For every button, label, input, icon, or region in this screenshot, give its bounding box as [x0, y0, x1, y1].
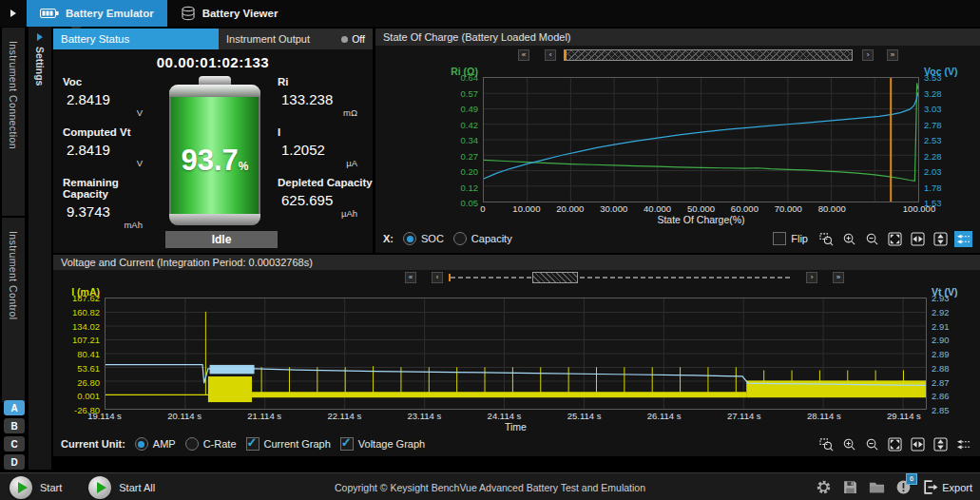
- start-button[interactable]: Start: [10, 476, 62, 499]
- fit-vertical-icon[interactable]: [932, 436, 950, 452]
- axis-tick: 2.89: [932, 349, 950, 359]
- sidebar-item-instrument-connection[interactable]: Instrument Connection: [2, 28, 25, 216]
- settings-expand-icon[interactable]: [37, 33, 43, 41]
- scroll-track[interactable]: [451, 277, 793, 279]
- box-zoom-icon[interactable]: [817, 436, 836, 452]
- autoscale-x-icon[interactable]: [954, 436, 972, 452]
- tab-label: Battery Emulator: [66, 8, 154, 19]
- output-toggle[interactable]: Off: [341, 33, 365, 45]
- radio-icon: [453, 232, 467, 245]
- axis-tick: 20.114 s: [167, 411, 202, 421]
- zoom-out-icon[interactable]: [863, 436, 881, 452]
- amp-radio[interactable]: AMP: [135, 437, 176, 451]
- zoom-in-icon[interactable]: [840, 231, 858, 247]
- soc-chart-panel: State Of Charge (Battery Loaded Model) «…: [375, 29, 980, 253]
- start-all-button[interactable]: Start All: [88, 476, 155, 499]
- box-zoom-icon[interactable]: [817, 231, 836, 247]
- fit-all-icon[interactable]: [886, 231, 904, 247]
- soc-percent: 93.7%: [169, 144, 260, 178]
- current-unit-label: Current Unit:: [61, 438, 125, 450]
- run-state-button[interactable]: Idle: [165, 231, 278, 248]
- metric-ri: Ri 133.238 mΩ: [278, 76, 373, 118]
- sidebar-item-instrument-control[interactable]: Instrument Control: [2, 218, 25, 402]
- vc-chart-controls: Current Unit: AMP C-Rate Current Graph V…: [53, 433, 980, 455]
- play-icon: [88, 476, 111, 499]
- scroll-far-right-button[interactable]: »: [887, 49, 898, 61]
- channel-button-a[interactable]: A: [4, 400, 25, 415]
- channel-button-d[interactable]: D: [4, 454, 25, 470]
- current-graph-checkbox[interactable]: Current Graph: [246, 437, 331, 451]
- scroll-right-button[interactable]: ›: [806, 272, 817, 283]
- axis-tick: 2.93: [932, 293, 950, 303]
- tab-battery-emulator[interactable]: Battery Emulator: [27, 0, 167, 27]
- soc-x-axis-title: State Of Charge(%): [483, 214, 919, 226]
- error-log-button[interactable]: 6: [895, 479, 912, 495]
- tab-settings[interactable]: Settings: [34, 47, 46, 86]
- export-button[interactable]: Export: [922, 479, 972, 495]
- gear-icon: [816, 479, 832, 495]
- vc-right-axis-ticks: 2.932.922.912.902.892.882.872.862.85: [927, 298, 980, 410]
- checkbox-checked-icon: [340, 437, 354, 451]
- save-button[interactable]: [842, 479, 858, 495]
- open-folder-button[interactable]: [869, 479, 885, 495]
- fit-all-icon[interactable]: [886, 436, 904, 452]
- scroll-far-left-button[interactable]: «: [405, 272, 416, 283]
- battery-status-panel: Battery Status Instrument Output Off 00.…: [53, 29, 373, 253]
- axis-tick: 3.03: [924, 104, 942, 114]
- tab-battery-viewer[interactable]: Battery Viewer: [167, 0, 292, 27]
- axis-tick: 0.12: [461, 182, 479, 192]
- radio-icon: [185, 437, 199, 451]
- scroll-thumb[interactable]: [532, 272, 578, 283]
- vc-x-axis-title: Time: [105, 421, 927, 433]
- metric-voc: Voc 2.8419 V: [63, 76, 165, 118]
- zoom-in-icon[interactable]: [840, 436, 858, 452]
- fit-vertical-icon[interactable]: [932, 231, 950, 247]
- axis-tick: 2.78: [924, 119, 942, 129]
- axis-tick: 60.000: [731, 203, 759, 214]
- flip-checkbox[interactable]: Flip: [773, 232, 808, 245]
- save-icon: [842, 479, 858, 495]
- axis-tick: 2.92: [932, 306, 950, 317]
- scroll-right-button[interactable]: ›: [862, 49, 874, 61]
- metric-depleted-capacity: Depleted Capacity 625.695 µAh: [278, 177, 373, 219]
- zoom-out-icon[interactable]: [863, 231, 881, 247]
- c-rate-radio[interactable]: C-Rate: [185, 437, 237, 451]
- soc-left-axis-ticks: 0.640.570.490.420.340.270.200.120.05: [375, 77, 483, 202]
- expand-arrow-icon: [10, 10, 16, 17]
- axis-tick: 21.114 s: [247, 411, 281, 421]
- vc-plot-area[interactable]: [105, 298, 927, 410]
- fit-horizontal-icon[interactable]: [909, 436, 927, 452]
- axis-tick: 2.28: [924, 150, 942, 161]
- channel-button-c[interactable]: C: [4, 436, 25, 452]
- axis-tick: 50.000: [687, 203, 715, 214]
- export-icon: [922, 479, 938, 495]
- axis-tick: 0.49: [461, 104, 479, 114]
- scroll-thumb[interactable]: [564, 49, 853, 61]
- axis-tick: 2.88: [932, 362, 950, 373]
- axis-tick: 187.62: [72, 293, 100, 303]
- axis-tick: 30.000: [600, 203, 627, 214]
- settings-gear-button[interactable]: [816, 479, 832, 495]
- autoscale-x-icon[interactable]: [954, 231, 972, 247]
- scroll-far-left-button[interactable]: «: [518, 49, 529, 61]
- battery-status-header: Battery Status Instrument Output Off: [53, 29, 373, 49]
- vc-left-axis-ticks: 187.62160.82134.02107.2180.4153.6126.800…: [53, 298, 105, 410]
- scroll-far-right-button[interactable]: »: [833, 272, 844, 283]
- soc-radio[interactable]: SOC: [403, 232, 444, 245]
- axis-tick: 40.000: [644, 203, 671, 214]
- voltage-graph-checkbox[interactable]: Voltage Graph: [340, 437, 425, 451]
- fit-horizontal-icon[interactable]: [909, 231, 927, 247]
- axis-tick: 0.42: [461, 119, 479, 129]
- axis-tick: 80.41: [77, 349, 100, 359]
- sidebar-expand-button[interactable]: [0, 0, 27, 27]
- axis-tick: 0.05: [461, 198, 479, 208]
- capacity-radio[interactable]: Capacity: [453, 232, 512, 245]
- scroll-left-button[interactable]: ‹: [545, 49, 556, 61]
- soc-plot-area[interactable]: [483, 77, 919, 202]
- battery-status-button[interactable]: Battery Status: [53, 29, 219, 49]
- scroll-left-button[interactable]: ‹: [432, 272, 443, 283]
- channel-button-b[interactable]: B: [4, 418, 25, 433]
- axis-tick: 2.85: [932, 405, 950, 415]
- play-icon: [10, 476, 32, 499]
- soc-chart-title: State Of Charge (Battery Loaded Model): [375, 29, 980, 46]
